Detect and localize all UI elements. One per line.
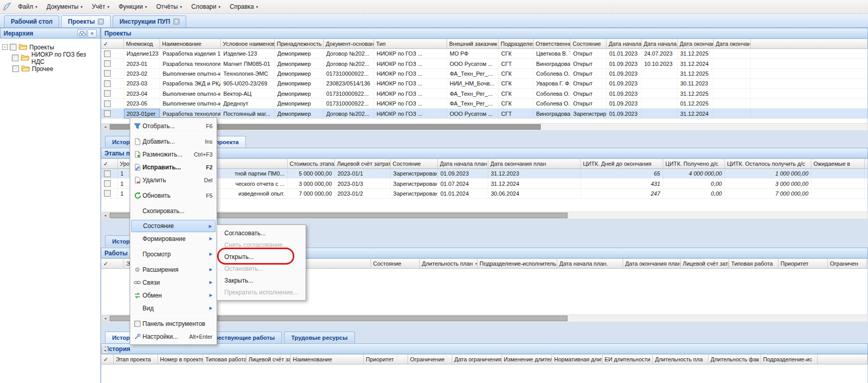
menu-item[interactable]: Обмен▶ (130, 289, 217, 302)
menu-item[interactable]: ОбновитьF5 (130, 189, 217, 202)
tree-item-label[interactable]: Прочее (32, 65, 53, 73)
table-cell[interactable]: 3 000 000,00 (725, 179, 811, 188)
table-cell[interactable]: СГК (499, 99, 534, 108)
table-cell[interactable]: СГК (499, 49, 534, 58)
table-cell[interactable]: Вектор-АЦ (221, 89, 275, 98)
table-cell[interactable]: НИОКР по ГОЗ ... (374, 89, 447, 98)
table-cell[interactable] (714, 69, 751, 78)
column-header[interactable]: Дата начала план (438, 159, 488, 168)
row-checkbox[interactable] (104, 100, 111, 107)
tab[interactable]: Проекты× (61, 15, 111, 27)
menu-item[interactable]: Формирование▶ (130, 232, 217, 245)
table-cell[interactable]: 2023-01рег (124, 109, 160, 118)
table-row[interactable]: 2023-01Разработка технологии и...Магнит … (101, 59, 867, 68)
table-cell[interactable] (101, 79, 124, 88)
table-cell[interactable]: НИОКР по ГОЗ ... (374, 109, 447, 118)
menu-item[interactable]: Согласовать... (217, 227, 306, 239)
tab[interactable]: Инструкции ПУП× (113, 15, 186, 27)
table-cell[interactable]: Разработка изделия 123 (160, 49, 221, 58)
table-cell[interactable]: ООО Русатом ... (447, 109, 499, 118)
table-cell[interactable]: Уварова Г. Ф. (534, 79, 571, 88)
menu-item[interactable]: Панель инструментов (130, 317, 217, 330)
tree-checkbox[interactable] (10, 44, 16, 50)
table-cell[interactable]: 5 000 000,00 (288, 169, 335, 178)
table-cell[interactable]: Демопример (275, 59, 324, 68)
column-header[interactable]: Документ-основан (324, 39, 374, 48)
menubar-item[interactable]: Документы▾ (42, 3, 87, 10)
column-header[interactable]: Типовая работа (203, 355, 246, 364)
row-checkbox[interactable] (104, 170, 111, 177)
table-cell[interactable]: 431 (581, 179, 663, 188)
table-cell[interactable]: Зарегистрирован (391, 179, 438, 188)
column-header[interactable]: Ограничение (408, 355, 452, 364)
menu-item[interactable]: Вид▶ (130, 302, 217, 315)
tab[interactable]: Рабочий стол (4, 15, 59, 27)
table-cell[interactable]: 2023-02 (124, 69, 160, 78)
table-cell[interactable]: Разработка технологии и... (160, 59, 221, 68)
table-cell[interactable]: 017310000922... (324, 89, 374, 98)
column-header[interactable]: Подразделение-ис (761, 355, 818, 364)
table-cell[interactable]: 1 000 000,00 (725, 169, 811, 178)
column-header[interactable]: Условное наименова (221, 39, 275, 48)
row-checkbox[interactable] (104, 70, 111, 77)
scroll-left-icon[interactable]: ◄ (102, 347, 108, 354)
table-cell[interactable]: 0,00 (663, 189, 725, 198)
table-cell[interactable]: Открыт (571, 79, 607, 88)
column-header[interactable]: ЦИТК. Дней до окончания (581, 159, 663, 168)
table-cell[interactable]: Демопример (275, 49, 324, 58)
table-cell[interactable] (642, 69, 678, 78)
table-cell[interactable]: 01.09.2023 (438, 169, 488, 178)
table-cell[interactable] (714, 49, 751, 58)
scroll-left-icon[interactable]: ◄ (102, 124, 109, 130)
table-cell[interactable]: Демопример (275, 109, 324, 118)
column-header[interactable]: Дата окончания план (623, 259, 681, 268)
menu-item[interactable]: Отобрать...F6 (130, 119, 217, 132)
table-cell[interactable]: 017310000922... (324, 69, 374, 78)
table-cell[interactable]: 247 (581, 189, 663, 198)
table-cell[interactable]: Открыт (571, 69, 607, 78)
column-header[interactable]: Изменение длител (502, 355, 552, 364)
table-cell[interactable]: 2023-01/1 (335, 169, 391, 178)
column-header[interactable]: Дата окончания ф (714, 39, 751, 48)
table-cell[interactable] (101, 99, 124, 108)
menu-item[interactable]: Добавить...Ins (130, 135, 217, 148)
menubar-item[interactable]: Учёт▾ (87, 3, 114, 10)
table-cell[interactable]: НИОКР по ГОЗ ... (374, 99, 447, 108)
table-cell[interactable]: 2023-03 (124, 79, 160, 88)
table-cell[interactable] (714, 59, 751, 68)
table-cell[interactable]: Открыт (571, 89, 607, 98)
table-cell[interactable]: 01.09.2023 (607, 59, 642, 68)
table-cell[interactable]: 01.01.2023 (607, 49, 642, 58)
table-cell[interactable]: 01.09.2023 (607, 69, 642, 78)
table-cell[interactable] (714, 79, 751, 88)
table-cell[interactable]: 31.12.2024 (678, 59, 714, 68)
row-checkbox[interactable] (104, 60, 111, 67)
column-header[interactable]: Лицевой счёт затрат. (335, 159, 391, 168)
menu-item[interactable]: Исправить...F2 (130, 161, 217, 173)
table-cell[interactable]: Изделие123 (124, 49, 160, 58)
column-header[interactable]: Ожидаемые в (811, 159, 865, 168)
collapse-node-icon[interactable]: − (2, 44, 8, 50)
table-row[interactable]: 2023-04Выполнение опытно-конс...Вектор-А… (101, 89, 867, 99)
table-cell[interactable]: Технология-ЭМС (221, 69, 275, 78)
column-header[interactable]: Состояние (371, 259, 420, 268)
table-cell[interactable]: НИОКР по ГОЗ ... (374, 59, 447, 68)
table-cell[interactable] (101, 69, 124, 78)
table-cell[interactable] (101, 189, 118, 198)
table-cell[interactable]: Договор №202... (324, 59, 374, 68)
column-header[interactable]: Длительность фак (708, 355, 761, 364)
table-cell[interactable] (811, 189, 865, 198)
table-cell[interactable]: Соболева О. А. (534, 69, 571, 78)
table-cell[interactable]: Разработка технологии и... (160, 109, 221, 118)
table-cell[interactable]: Разработка ЭКД и РКД н... (160, 79, 221, 88)
row-checkbox[interactable] (104, 190, 111, 197)
table-cell[interactable]: Цветкова В. Т. (534, 49, 571, 58)
tab[interactable]: Трудовые ресурсы (284, 332, 355, 343)
binoculars-icon[interactable] (77, 29, 86, 38)
menu-item[interactable]: Просмотр▶ (130, 248, 217, 260)
column-header[interactable]: Дата окончания план (488, 159, 581, 168)
table-cell[interactable] (811, 169, 865, 178)
menubar-item[interactable]: Отчёты▾ (152, 3, 187, 10)
column-header[interactable]: ЕИ длительности (603, 355, 653, 364)
table-cell[interactable]: 01.01.2024 (438, 189, 488, 198)
